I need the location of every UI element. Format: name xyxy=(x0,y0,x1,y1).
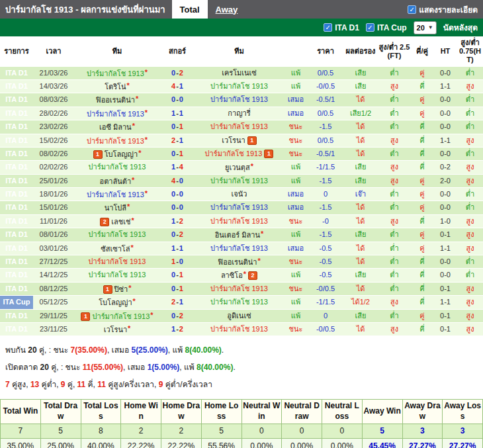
price-cell: -1.5 xyxy=(308,201,343,214)
home-team-star: * xyxy=(261,230,263,238)
team-name: เวโรนา xyxy=(104,326,127,334)
match-row: ITA D125/01/26อตาลันต้า*4-0ปาร์มากัลโช 1… xyxy=(0,174,483,187)
ht-score-cell: 0-0 xyxy=(433,147,457,160)
date-cell: 18/01/26 xyxy=(33,188,74,201)
league-filter-ita-d1[interactable]: ✓ ITA D1 xyxy=(324,23,359,32)
home-team-cell: โตริโน่* xyxy=(74,79,160,93)
summary-segment: 8(40.00%) xyxy=(185,345,221,355)
stats-count-cell: 5 xyxy=(40,424,81,439)
score-cell: 0-1 xyxy=(160,282,195,295)
column-header xyxy=(284,36,308,67)
date-cell: 02/02/26 xyxy=(33,161,74,174)
over-under-ft-cell: ต่ำ xyxy=(378,67,411,80)
home-team-star: * xyxy=(138,149,141,157)
handicap-result-cell: ได้1/2 xyxy=(343,296,378,309)
summary-section: พบกัน 20 คู่, : ชนะ 7(35.00%), เสมอ 5(25… xyxy=(0,336,483,399)
handicap-result-cell: เจ๊า xyxy=(343,188,378,201)
match-row: ITA D102/02/26ปาร์มากัลโช 19131-4ยูเวนตุ… xyxy=(0,161,483,174)
result-cell: ชนะ xyxy=(284,322,308,336)
ita-d1-checkbox[interactable]: ✓ xyxy=(324,23,332,32)
ht-score-cell: 1-1 xyxy=(433,134,457,147)
home-team-cell: ปาร์มากัลโช 1913 xyxy=(74,255,160,269)
result-cell: ชนะ xyxy=(284,282,308,295)
home-team-cell: โบโลญญ่า* xyxy=(74,296,160,309)
team-name: ซัสเซาโล่ xyxy=(101,245,130,253)
home-team-cell: ปาร์มากัลโช 1913 xyxy=(74,228,160,242)
over-under-ft-cell: สูง xyxy=(378,214,411,228)
home-team-cell: ปาร์มากัลโช 1913* xyxy=(74,107,160,120)
score-right: 1 xyxy=(179,122,183,130)
stats-percent-cell: 27.27% xyxy=(443,439,483,448)
show-details-toggle[interactable]: ✓ แสดงรายละเอียด xyxy=(408,0,483,19)
stats-percent-cell: 40.00% xyxy=(81,439,121,448)
team-name: ปาร์มากัลโช 1913 xyxy=(210,203,268,211)
tab-away[interactable]: Away xyxy=(208,0,246,19)
red-card-badge: 1 xyxy=(247,136,257,145)
stats-column-header: Total Loss xyxy=(81,400,121,424)
odd-even-cell: คู่ xyxy=(411,107,433,120)
odd-even-cell: คี่ xyxy=(411,255,433,269)
odd-even-cell: คู่ xyxy=(411,188,433,201)
home-team-cell: ปาร์มากัลโช 1913* xyxy=(74,134,160,147)
ht-score-cell: 1-1 xyxy=(433,296,457,309)
summary-segment: พบกัน xyxy=(5,345,28,355)
red-card-badge: 2 xyxy=(100,218,109,226)
match-count-select[interactable]: 20 ▼ xyxy=(414,21,437,34)
result-cell: แพ้ xyxy=(284,269,308,282)
league-cell: ITA D1 xyxy=(0,228,33,242)
team-name: เวโรนา xyxy=(222,136,245,144)
result-cell: ชนะ xyxy=(284,255,308,269)
team-name: ปาร์มากัลโช 1913 xyxy=(89,163,146,171)
ht-score-cell: 0-1 xyxy=(433,282,457,295)
home-team-cell: ปาร์มากัลโช 1913* xyxy=(74,67,160,80)
handicap-result-cell: เสีย xyxy=(343,161,378,174)
score-cell: 0-0 xyxy=(160,93,195,107)
tab-total[interactable]: Total xyxy=(172,0,208,19)
away-team-cell: ปาร์มากัลโช 1913 xyxy=(195,242,284,255)
away-team-cell: ปาร์มากัลโช 1913 xyxy=(195,120,284,134)
team-name: ปาร์มากัลโช 1913 xyxy=(205,150,263,157)
stats-count-cell: 7 xyxy=(1,424,41,439)
price-cell: -1.5 xyxy=(308,228,343,242)
red-card-badge: 2 xyxy=(248,271,257,280)
stats-count-cell: 0 xyxy=(282,424,322,439)
over-under-ft-cell: สูง xyxy=(378,322,411,336)
away-team-cell: เจนัว xyxy=(195,188,284,201)
over-under-ht-cell: ต่ำ xyxy=(457,120,483,134)
league-filter-ita-cup[interactable]: ✓ ITA Cup xyxy=(366,23,407,32)
score-cell: 1-4 xyxy=(160,161,195,174)
score-right: 0 xyxy=(179,177,183,185)
over-under-ft-cell: ต่ำ xyxy=(378,282,411,295)
score-right: 0 xyxy=(179,190,183,198)
chevron-down-icon: ▼ xyxy=(428,24,433,30)
stats-percent-cell: 0.00% xyxy=(322,439,363,448)
odd-even-cell: คู่ xyxy=(411,228,433,242)
show-details-checkbox[interactable]: ✓ xyxy=(408,5,416,14)
ita-cup-checkbox[interactable]: ✓ xyxy=(366,23,374,32)
summary-segment: 20 xyxy=(40,363,49,372)
column-header: คี่/คู่ xyxy=(411,36,433,67)
team-name: ปาร์มากัลโช 1913 xyxy=(210,95,268,103)
summary-segment: 7 xyxy=(5,380,10,389)
match-table: รายการเวลาทีมสกอร์ทีมราคาผลต่อรองสูง/ต่ำ… xyxy=(0,36,483,336)
match-row: ITA D111/01/262 เลชเช่*1-2ปาร์มากัลโช 19… xyxy=(0,214,483,228)
team-name: เครโมเนเซ่ xyxy=(222,69,257,77)
column-header: เวลา xyxy=(33,36,74,67)
price-cell: 0/0.5 xyxy=(308,67,343,80)
handicap-result-cell: ได้ xyxy=(343,214,378,228)
team-name: ฟิออเรนติน่า xyxy=(218,258,257,266)
score-right: 1 xyxy=(179,136,183,144)
stats-column-header: Neutral Draw xyxy=(282,400,322,424)
stats-column-header: Total Draw xyxy=(40,400,81,424)
away-team-cell: ปาร์มากัลโช 1913 1 xyxy=(195,147,284,160)
team-name: ปาร์มากัลโช 1913 xyxy=(210,177,268,185)
team-name: กาญารี่ xyxy=(228,109,250,117)
summary-segment: , เสมอ xyxy=(107,345,132,355)
summary-segment: 1(5.00%) xyxy=(148,363,180,372)
summary-line: พบกัน 20 คู่, : ชนะ 7(35.00%), เสมอ 5(25… xyxy=(5,343,478,356)
score-cell: 4-1 xyxy=(160,79,195,93)
match-row: ITA D114/12/25ปาร์มากัลโช 19130-1ลาซิโอ*… xyxy=(0,269,483,282)
ht-score-cell: 1-1 xyxy=(433,79,457,93)
over-under-ht-cell: ต่ำ xyxy=(457,107,483,120)
team-name: ปาร์มากัลโช 1913 xyxy=(210,285,268,292)
